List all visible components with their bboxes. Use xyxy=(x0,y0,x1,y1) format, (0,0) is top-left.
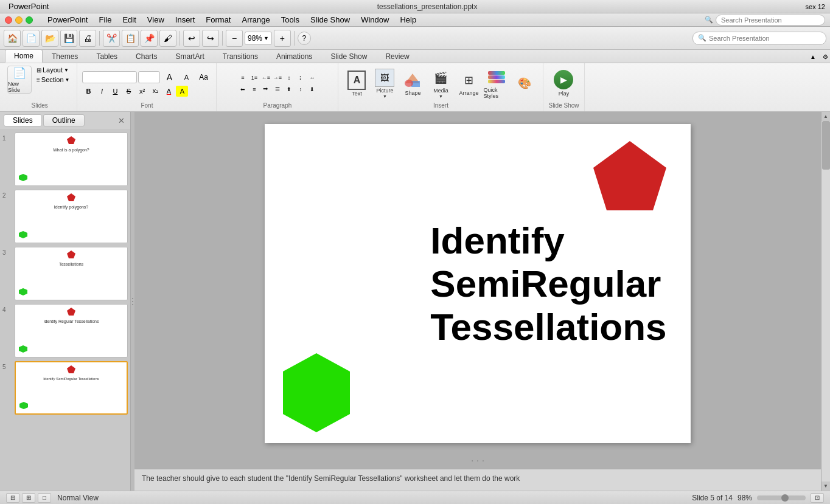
tab-tables[interactable]: Tables xyxy=(87,50,127,63)
font-color-button[interactable]: A xyxy=(162,86,175,97)
cut-button[interactable]: ✂️ xyxy=(103,30,120,47)
text-direction-button[interactable]: ↔ xyxy=(307,73,318,83)
decrease-font-button[interactable]: A xyxy=(161,71,177,84)
menu-edit[interactable]: Edit xyxy=(117,14,141,26)
media-insert-button[interactable]: 🎬 Media ▼ xyxy=(427,66,454,100)
normal-view-button[interactable]: ⊟ xyxy=(6,493,19,503)
close-window-button[interactable] xyxy=(5,16,12,24)
copy-button[interactable]: 📋 xyxy=(122,30,139,47)
align-bottom-button[interactable]: ⬇ xyxy=(307,85,318,94)
open-button[interactable]: 📂 xyxy=(41,30,58,47)
font-size-input[interactable] xyxy=(138,71,160,83)
underline-button[interactable]: U xyxy=(109,86,121,97)
tab-home[interactable]: Home xyxy=(5,49,43,63)
print-button[interactable]: 🖨 xyxy=(79,30,96,47)
menu-window[interactable]: Window xyxy=(356,14,394,26)
align-right-button[interactable]: ⮕ xyxy=(260,85,271,94)
italic-button[interactable]: I xyxy=(96,86,108,97)
scroll-thumb[interactable] xyxy=(822,121,830,170)
slide-thumb-5[interactable]: Identify SemiRegular Tessellations xyxy=(15,361,128,415)
notes-area[interactable]: The teacher should give to each student … xyxy=(134,469,821,491)
zoom-in-button[interactable]: + xyxy=(274,30,291,47)
slides-tab[interactable]: Slides xyxy=(4,114,42,126)
tab-slideshow[interactable]: Slide Show xyxy=(321,50,376,63)
tab-transitions[interactable]: Transitions xyxy=(214,50,267,63)
increase-font-button[interactable]: A xyxy=(178,71,194,84)
quick-styles-button[interactable]: Quick Styles xyxy=(483,66,510,100)
menu-view[interactable]: View xyxy=(142,14,169,26)
slide-thumb-2[interactable]: Identify polygons? xyxy=(15,190,128,243)
undo-button[interactable]: ↩ xyxy=(183,30,200,47)
slide-thumb-1[interactable]: What is a polygon? xyxy=(15,133,128,186)
home-button[interactable]: 🏠 xyxy=(4,30,21,47)
subscript-button[interactable]: x₂ xyxy=(149,86,161,97)
strikethrough-button[interactable]: S xyxy=(122,86,134,97)
recolor-button[interactable]: 🎨 xyxy=(511,66,538,100)
scroll-track[interactable] xyxy=(821,121,830,482)
scroll-up-button[interactable]: ▲ xyxy=(821,112,831,121)
align-top-button[interactable]: ⬆ xyxy=(284,85,295,94)
play-button[interactable]: ▶ Play xyxy=(549,66,578,100)
scroll-down-button[interactable]: ▼ xyxy=(821,482,831,491)
columns-button[interactable]: ⫶ xyxy=(295,73,306,83)
menu-slideshow[interactable]: Slide Show xyxy=(305,14,355,26)
menu-format[interactable]: Format xyxy=(201,14,235,26)
slide-item-3[interactable]: 3 Tessellations xyxy=(2,247,128,300)
zoom-dropdown-icon[interactable]: ▼ xyxy=(263,35,269,41)
tab-smartart[interactable]: SmartArt xyxy=(166,50,213,63)
menu-file[interactable]: File xyxy=(94,14,116,26)
menu-tools[interactable]: Tools xyxy=(276,14,304,26)
menu-powerpoint[interactable]: PowerPoint xyxy=(43,14,92,26)
clear-format-button[interactable]: Aa xyxy=(195,71,211,84)
tab-animations[interactable]: Animations xyxy=(267,50,321,63)
text-insert-button[interactable]: A Text xyxy=(343,66,370,100)
new-slide-button[interactable]: 📄 New Slide xyxy=(7,66,32,94)
redo-button[interactable]: ↪ xyxy=(202,30,219,47)
slide-thumb-4[interactable]: Identify Regular Tessellations xyxy=(15,304,128,357)
tab-charts[interactable]: Charts xyxy=(127,50,166,63)
search-input[interactable] xyxy=(716,15,825,26)
bullet-list-button[interactable]: ≡ xyxy=(237,73,248,83)
paste-button[interactable]: 📌 xyxy=(141,30,158,47)
fit-slide-button[interactable]: ⊡ xyxy=(811,493,824,503)
line-spacing-button[interactable]: ↕ xyxy=(284,73,295,83)
format-painter-button[interactable]: 🖌 xyxy=(159,30,176,47)
tab-themes[interactable]: Themes xyxy=(43,50,87,63)
slide-item-2[interactable]: 2 Identify polygons? xyxy=(2,190,128,243)
outline-tab[interactable]: Outline xyxy=(43,114,85,126)
picture-insert-button[interactable]: 🖼 Picture ▼ xyxy=(371,66,398,100)
search-presentation-input[interactable] xyxy=(709,35,821,42)
tab-review[interactable]: Review xyxy=(376,50,418,63)
slide-sorter-button[interactable]: ⊞ xyxy=(22,493,35,503)
slide-canvas[interactable]: Identify SemiRegular Tessellations xyxy=(134,112,821,455)
decrease-indent-button[interactable]: ←≡ xyxy=(260,73,271,83)
text-highlight-button[interactable]: A xyxy=(176,86,188,97)
zoom-out-button[interactable]: − xyxy=(226,30,243,47)
vertical-scrollbar[interactable]: ▲ ▼ xyxy=(821,112,830,491)
zoom-thumb[interactable] xyxy=(781,494,789,502)
close-panel-button[interactable]: ✕ xyxy=(116,115,127,126)
menu-help[interactable]: Help xyxy=(395,14,421,26)
superscript-button[interactable]: x² xyxy=(136,86,148,97)
save-button[interactable]: 💾 xyxy=(60,30,77,47)
arrange-button[interactable]: ⊞ Arrange xyxy=(455,66,482,100)
align-middle-button[interactable]: ↕ xyxy=(295,85,306,94)
slide-item-4[interactable]: 4 Identify Regular Tessellations xyxy=(2,304,128,357)
help-button[interactable]: ? xyxy=(298,32,311,45)
numbered-list-button[interactable]: 1≡ xyxy=(249,73,260,83)
search-presentation-box[interactable]: 🔍 xyxy=(692,32,826,45)
font-name-input[interactable] xyxy=(82,71,137,83)
zoom-selector[interactable]: 98% ▼ xyxy=(245,32,272,45)
align-left-button[interactable]: ⬅ xyxy=(237,85,248,94)
slide-thumb-3[interactable]: Tessellations xyxy=(15,247,128,300)
ribbon-expand-button[interactable]: ▲ xyxy=(808,52,818,61)
shape-insert-button[interactable]: Shape xyxy=(399,66,426,100)
new-button[interactable]: 📄 xyxy=(23,30,40,47)
align-center-button[interactable]: ≡ xyxy=(249,85,260,94)
justify-button[interactable]: ☰ xyxy=(272,85,283,94)
presenter-view-button[interactable]: □ xyxy=(38,493,51,503)
increase-indent-button[interactable]: →≡ xyxy=(272,73,283,83)
section-button[interactable]: ≡ Section ▼ xyxy=(34,75,72,84)
menu-insert[interactable]: Insert xyxy=(170,14,200,26)
minimize-window-button[interactable] xyxy=(15,16,23,24)
